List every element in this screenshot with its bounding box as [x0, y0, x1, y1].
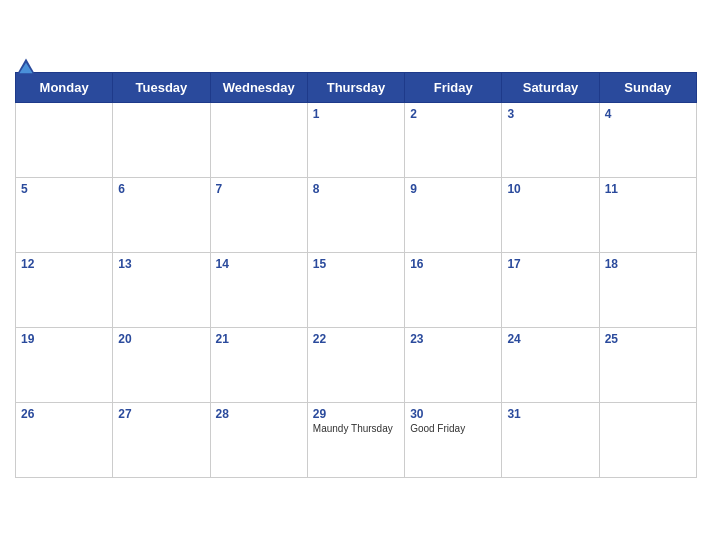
calendar-cell: 24 [502, 327, 599, 402]
calendar-cell [113, 102, 210, 177]
calendar-cell: 27 [113, 402, 210, 477]
header-tuesday: Tuesday [113, 72, 210, 102]
day-number: 5 [21, 182, 107, 196]
calendar-cell: 9 [405, 177, 502, 252]
day-number: 12 [21, 257, 107, 271]
calendar-week-row: 12131415161718 [16, 252, 697, 327]
header-friday: Friday [405, 72, 502, 102]
calendar-cell: 25 [599, 327, 696, 402]
calendar-cell: 31 [502, 402, 599, 477]
holiday-name: Good Friday [410, 423, 496, 434]
calendar-cell: 22 [307, 327, 404, 402]
calendar-cell: 6 [113, 177, 210, 252]
header-wednesday: Wednesday [210, 72, 307, 102]
weekday-header-row: Monday Tuesday Wednesday Thursday Friday… [16, 72, 697, 102]
day-number: 27 [118, 407, 204, 421]
day-number: 14 [216, 257, 302, 271]
calendar-cell: 26 [16, 402, 113, 477]
day-number: 6 [118, 182, 204, 196]
day-number: 1 [313, 107, 399, 121]
day-number: 31 [507, 407, 593, 421]
day-number: 21 [216, 332, 302, 346]
calendar-container: Monday Tuesday Wednesday Thursday Friday… [0, 58, 712, 493]
calendar-cell: 20 [113, 327, 210, 402]
logo-area [15, 57, 40, 79]
day-number: 30 [410, 407, 496, 421]
header-sunday: Sunday [599, 72, 696, 102]
day-number: 29 [313, 407, 399, 421]
general-blue-icon [15, 57, 37, 79]
calendar-cell [599, 402, 696, 477]
day-number: 16 [410, 257, 496, 271]
header-saturday: Saturday [502, 72, 599, 102]
day-number: 8 [313, 182, 399, 196]
calendar-cell: 13 [113, 252, 210, 327]
calendar-cell: 23 [405, 327, 502, 402]
calendar-cell: 12 [16, 252, 113, 327]
day-number: 15 [313, 257, 399, 271]
calendar-cell: 10 [502, 177, 599, 252]
calendar-cell: 5 [16, 177, 113, 252]
calendar-cell: 2 [405, 102, 502, 177]
day-number: 24 [507, 332, 593, 346]
day-number: 9 [410, 182, 496, 196]
day-number: 10 [507, 182, 593, 196]
calendar-cell: 1 [307, 102, 404, 177]
day-number: 18 [605, 257, 691, 271]
calendar-week-row: 19202122232425 [16, 327, 697, 402]
calendar-cell: 16 [405, 252, 502, 327]
day-number: 23 [410, 332, 496, 346]
day-number: 11 [605, 182, 691, 196]
day-number: 26 [21, 407, 107, 421]
calendar-cell: 14 [210, 252, 307, 327]
day-number: 4 [605, 107, 691, 121]
calendar-cell: 7 [210, 177, 307, 252]
day-number: 13 [118, 257, 204, 271]
logo-wrap [15, 57, 40, 79]
calendar-cell: 29Maundy Thursday [307, 402, 404, 477]
calendar-cell: 30Good Friday [405, 402, 502, 477]
calendar-cell: 11 [599, 177, 696, 252]
calendar-body: 1234567891011121314151617181920212223242… [16, 102, 697, 477]
calendar-cell [210, 102, 307, 177]
calendar-cell: 21 [210, 327, 307, 402]
calendar-week-row: 567891011 [16, 177, 697, 252]
day-number: 28 [216, 407, 302, 421]
day-number: 3 [507, 107, 593, 121]
day-number: 2 [410, 107, 496, 121]
calendar-cell [16, 102, 113, 177]
calendar-cell: 18 [599, 252, 696, 327]
day-number: 17 [507, 257, 593, 271]
calendar-cell: 3 [502, 102, 599, 177]
calendar-table: Monday Tuesday Wednesday Thursday Friday… [15, 72, 697, 478]
calendar-cell: 19 [16, 327, 113, 402]
holiday-name: Maundy Thursday [313, 423, 399, 434]
calendar-week-row: 26272829Maundy Thursday30Good Friday31 [16, 402, 697, 477]
calendar-cell: 17 [502, 252, 599, 327]
calendar-week-row: 1234 [16, 102, 697, 177]
day-number: 7 [216, 182, 302, 196]
day-number: 19 [21, 332, 107, 346]
day-number: 25 [605, 332, 691, 346]
calendar-cell: 15 [307, 252, 404, 327]
calendar-cell: 4 [599, 102, 696, 177]
calendar-cell: 8 [307, 177, 404, 252]
calendar-thead: Monday Tuesday Wednesday Thursday Friday… [16, 72, 697, 102]
header-thursday: Thursday [307, 72, 404, 102]
day-number: 20 [118, 332, 204, 346]
day-number: 22 [313, 332, 399, 346]
calendar-cell: 28 [210, 402, 307, 477]
